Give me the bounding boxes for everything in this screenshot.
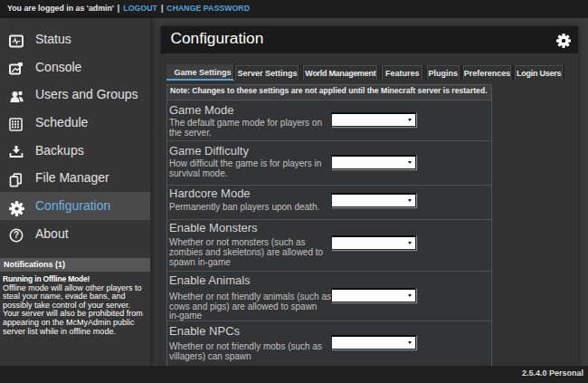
svg-text:?: ? (14, 231, 19, 241)
